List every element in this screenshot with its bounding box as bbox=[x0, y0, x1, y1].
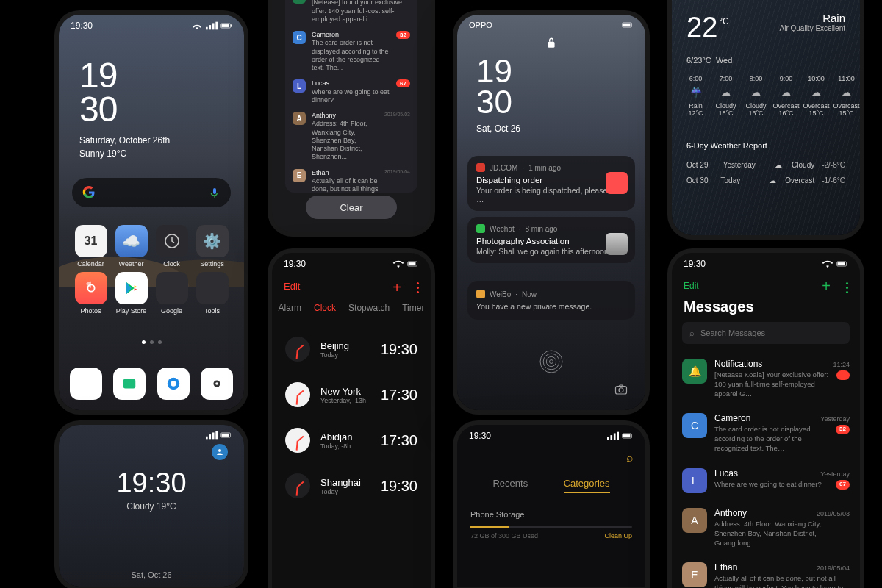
tab-categories[interactable]: Categories bbox=[564, 478, 610, 493]
message-row[interactable]: C CameronYesterday The card order is not… bbox=[672, 406, 860, 460]
weather-icon: ☁️ bbox=[115, 225, 148, 257]
settings-icon: ⚙️ bbox=[196, 225, 229, 257]
hourly-column[interactable]: 10:00☁Overcast15°C bbox=[801, 75, 831, 117]
app-weather[interactable]: ☁️Weather bbox=[111, 225, 151, 268]
compose-button[interactable]: + bbox=[822, 278, 831, 295]
hourly-column[interactable]: 6:00☔Rain12°C bbox=[681, 75, 711, 117]
daily-row[interactable]: Oct 29Yesterday☁Cloudy-2/-8°C bbox=[686, 157, 845, 173]
google-search-bar[interactable] bbox=[72, 178, 231, 207]
notification-card[interactable]: WeiBo · Now You have a new private messa… bbox=[467, 281, 635, 320]
svg-point-31 bbox=[619, 388, 623, 392]
page-indicator[interactable] bbox=[59, 340, 244, 344]
app-grid: 31Calendar ☁️Weather Clock ⚙️Settings Ph… bbox=[59, 225, 244, 315]
dock-phone[interactable] bbox=[70, 368, 102, 400]
svg-rect-15 bbox=[209, 434, 211, 439]
notif-thumbnail bbox=[606, 233, 628, 255]
calendar-icon: 31 bbox=[75, 225, 107, 257]
app-tools-folder[interactable]: Tools bbox=[192, 272, 232, 315]
camera-shortcut-icon[interactable] bbox=[614, 384, 628, 395]
photos-icon bbox=[75, 272, 107, 304]
notif-thumbnail bbox=[606, 172, 628, 194]
cleanup-link[interactable]: Clean Up bbox=[604, 532, 632, 539]
list-item[interactable]: N Notifications[Netease] found your excl… bbox=[285, 0, 417, 27]
tab-clock[interactable]: Clock bbox=[314, 303, 336, 313]
tab-timer[interactable]: Timer bbox=[402, 303, 424, 313]
carrier-label: OPPO bbox=[469, 21, 492, 29]
hourly-forecast[interactable]: 6:00☔Rain12°C7:00☁Cloudy18°C8:00☁Cloudy1… bbox=[681, 75, 860, 117]
statusbar: 19:30 bbox=[272, 253, 431, 272]
world-clock-row[interactable]: AbidjanToday, -8h 17:30 bbox=[272, 417, 431, 463]
edit-button[interactable]: Edit bbox=[684, 281, 699, 291]
mic-icon[interactable] bbox=[209, 187, 220, 198]
wifi-icon bbox=[822, 259, 833, 268]
avatar-icon: A bbox=[682, 508, 707, 533]
svg-rect-14 bbox=[206, 437, 208, 440]
status-icons bbox=[191, 21, 232, 30]
date-weather-widget[interactable]: Saturday, October 26th Sunny 19°C bbox=[79, 134, 170, 160]
svg-rect-3 bbox=[215, 22, 218, 30]
dock-messages[interactable] bbox=[113, 368, 146, 400]
storage-section[interactable]: Phone Storage 72 GB of 300 GB UsedClean … bbox=[470, 510, 632, 539]
svg-rect-1 bbox=[209, 25, 211, 29]
lock-icon bbox=[546, 37, 556, 49]
dock-browser[interactable] bbox=[157, 368, 190, 400]
list-item[interactable]: L LucasWhere are we going to eat dinner?… bbox=[285, 76, 417, 108]
weather-icon: ☁ bbox=[771, 87, 801, 98]
svg-rect-6 bbox=[222, 24, 229, 27]
hourly-column[interactable]: 7:00☁Cloudy18°C bbox=[711, 75, 741, 117]
clock-widget[interactable]: 19 30 bbox=[79, 59, 117, 126]
lock-weather: Cloudy 19°C bbox=[59, 501, 244, 512]
svg-rect-17 bbox=[215, 431, 218, 440]
air-quality: Air Quality Excellent bbox=[780, 24, 845, 32]
clear-button[interactable]: Clear bbox=[306, 196, 397, 219]
phone-lockscreen: OPPO 1930 Sat, Oct 26 JD.COM · 1 min ago… bbox=[457, 15, 645, 410]
storage-bar bbox=[470, 526, 632, 528]
message-row[interactable]: E Ethan2019/05/04 Actually all of it can… bbox=[672, 555, 860, 588]
battery-icon bbox=[407, 259, 419, 268]
more-button[interactable] bbox=[846, 282, 848, 293]
svg-point-29 bbox=[550, 360, 553, 364]
list-item[interactable]: C CameronThe card order is not displayed… bbox=[285, 27, 417, 76]
app-photos[interactable]: Photos bbox=[71, 272, 111, 315]
list-item[interactable]: A AnthonyAddress: 4th Floor, Wanxiang Ci… bbox=[285, 108, 417, 165]
tab-alarm[interactable]: Alarm bbox=[279, 303, 301, 313]
world-clock-row[interactable]: ShanghaiToday 19:30 bbox=[272, 463, 431, 509]
fingerprint-icon[interactable] bbox=[537, 347, 566, 376]
daily-row[interactable]: Oct 30Today☁Overcast-1/-6°C bbox=[686, 173, 845, 188]
tab-recents[interactable]: Recents bbox=[492, 478, 528, 493]
world-clock-list: BeijingToday 19:30 New YorkYesterday, -1… bbox=[272, 326, 431, 588]
hourly-column[interactable]: 9:00☁Overcast16°C bbox=[771, 75, 801, 117]
dock bbox=[59, 368, 244, 400]
battery-icon bbox=[622, 431, 634, 440]
search-icon[interactable]: ⌕ bbox=[626, 451, 634, 465]
app-playstore[interactable]: Play Store bbox=[111, 272, 151, 315]
message-row[interactable]: 🔔 Notifications11:24 [Netease Koala] You… bbox=[672, 351, 860, 406]
app-google-folder[interactable]: Google bbox=[151, 272, 192, 315]
recent-app-card[interactable]: N Notifications[Netease] found your excl… bbox=[285, 0, 417, 193]
app-settings[interactable]: ⚙️Settings bbox=[192, 225, 232, 268]
hourly-column[interactable]: 11:00☁Overcast15°C bbox=[831, 75, 860, 117]
more-button[interactable] bbox=[417, 282, 419, 293]
search-input[interactable]: ⌕Search Messages bbox=[682, 322, 850, 344]
lock-date: Sat, Oct 26 bbox=[59, 570, 244, 579]
status-time: 19:30 bbox=[71, 21, 93, 31]
hourly-column[interactable]: 8:00☁Cloudy16°C bbox=[741, 75, 771, 117]
app-clock[interactable]: Clock bbox=[151, 225, 192, 268]
edit-button[interactable]: Edit bbox=[284, 281, 300, 292]
face-unlock-icon[interactable] bbox=[212, 444, 228, 460]
unread-badge: 32 bbox=[836, 425, 850, 434]
notification-card[interactable]: JD.COM · 1 min ago Dispatching order You… bbox=[467, 156, 635, 211]
signal-icon bbox=[206, 431, 218, 440]
dock-camera[interactable] bbox=[201, 368, 233, 400]
notification-card[interactable]: Wechat · 8 min ago Photography Associati… bbox=[467, 217, 635, 263]
app-calendar[interactable]: 31Calendar bbox=[71, 225, 111, 268]
world-clock-row[interactable]: BeijingToday 19:30 bbox=[272, 326, 431, 372]
world-clock-row[interactable]: New YorkYesterday, -13h 17:30 bbox=[272, 372, 431, 417]
add-button[interactable]: + bbox=[392, 279, 401, 296]
lock-time: 1930 bbox=[476, 56, 512, 118]
message-row[interactable]: A Anthony2019/05/03 Address: 4th Floor, … bbox=[672, 501, 860, 555]
list-item[interactable]: E EthanActually all of it can be done, b… bbox=[285, 165, 417, 193]
tab-stopwatch[interactable]: Stopwatch bbox=[348, 303, 390, 313]
phone-lock-preview: 19:30 Cloudy 19°C Sat, Oct 26 bbox=[59, 425, 244, 587]
message-row[interactable]: L LucasYesterday Where are we going to e… bbox=[672, 461, 860, 501]
